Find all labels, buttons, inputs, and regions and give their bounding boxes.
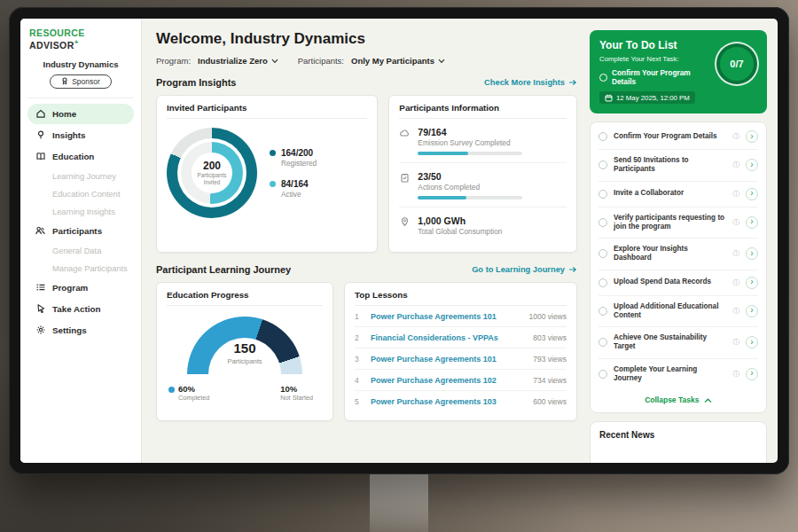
logo-primary: RESOURCE [29, 27, 85, 38]
progress-track [418, 152, 522, 155]
sidebar-item-settings[interactable]: Settings [27, 320, 134, 340]
home-icon [35, 108, 46, 120]
invited-donut-chart: 200 Participants Invited [167, 128, 257, 218]
program-filter-select[interactable]: Industrialize Zero [198, 56, 278, 66]
task-label: Upload Additional Educational Content [614, 302, 727, 321]
sponsor-badge[interactable]: Sponsor [50, 74, 112, 89]
lesson-rank: 1 [355, 312, 364, 321]
todo-summary-card: Your To Do List Complete Your Next Task:… [590, 30, 767, 113]
task-checkbox[interactable] [599, 74, 607, 82]
collapse-tasks-link[interactable]: Collapse Tasks [598, 389, 758, 411]
pointer-icon [35, 303, 46, 315]
task-checkbox[interactable] [598, 278, 607, 287]
lesson-rank: 5 [355, 397, 364, 406]
task-checkbox[interactable] [598, 338, 607, 347]
info-icon: ⓘ [733, 338, 740, 347]
todo-task[interactable]: Explore Your Insights Dashboard ⓘ › [598, 239, 758, 270]
recent-news-card: Recent News [590, 421, 767, 463]
task-checkbox[interactable] [598, 307, 607, 316]
task-checkbox[interactable] [598, 190, 607, 199]
lesson-views: 793 views [533, 355, 567, 364]
legend-value: 84/164 [281, 179, 309, 189]
check-more-insights-link[interactable]: Check More Insights [484, 78, 577, 87]
sidebar-item-home[interactable]: Home [27, 104, 134, 124]
todo-task[interactable]: Upload Additional Educational Content ⓘ … [598, 296, 758, 328]
insights-card-row: Invited Participants 200 Participants In… [156, 95, 577, 253]
info-icon: ⓘ [733, 218, 740, 227]
chevron-right-icon[interactable]: › [746, 188, 758, 200]
lesson-link[interactable]: Power Purchase Agreements 101 [371, 355, 526, 364]
app-logo: RESOURCE ADVISOR+ [27, 27, 134, 51]
chevron-down-icon [271, 59, 278, 64]
sidebar: RESOURCE ADVISOR+ Industry Dynamics Spon… [20, 19, 142, 463]
photo-background: RESOURCE ADVISOR+ Industry Dynamics Spon… [0, 0, 798, 532]
chevron-right-icon[interactable]: › [746, 336, 758, 348]
stat-value: 79/164 [418, 127, 446, 137]
donut-center-label: Participants Invited [193, 172, 231, 185]
chevron-up-icon [704, 398, 712, 403]
task-checkbox[interactable] [598, 218, 607, 227]
lesson-rank: 4 [355, 376, 364, 385]
go-to-learning-journey-link[interactable]: Go to Learning Journey [472, 265, 577, 274]
lesson-link[interactable]: Power Purchase Agreements 102 [371, 376, 526, 385]
legend-label: Registered [281, 159, 317, 168]
todo-task[interactable]: Achieve One Sustainability Target ⓘ › [598, 327, 758, 359]
gauge-center-value: 150 [187, 340, 302, 356]
participants-filter-select[interactable]: Only My Participants [351, 56, 445, 66]
task-label: Upload Spend Data Records [614, 278, 727, 286]
gear-icon [35, 325, 46, 336]
task-checkbox[interactable] [598, 249, 607, 258]
sidebar-item-program[interactable]: Program [27, 278, 134, 298]
participants-filter-label: Participants: [298, 56, 344, 66]
chevron-right-icon[interactable]: › [746, 277, 758, 289]
chevron-right-icon[interactable]: › [746, 305, 758, 317]
lesson-link[interactable]: Power Purchase Agreements 101 [371, 312, 521, 321]
nav-label: Education [52, 152, 94, 161]
sidebar-item-manage-participants[interactable]: Manage Participants [27, 260, 134, 278]
chevron-right-icon[interactable]: › [746, 216, 758, 229]
sidebar-item-participants[interactable]: Participants [27, 221, 134, 241]
info-icon: ⓘ [733, 307, 740, 316]
todo-task[interactable]: Complete Your Learning Journey ⓘ › [598, 359, 758, 390]
todo-task[interactable]: Send 50 Invitations to Participants ⓘ › [598, 150, 758, 182]
nav-label: Home [52, 109, 76, 119]
sidebar-item-insights[interactable]: Insights [27, 125, 134, 145]
sidebar-item-education-content[interactable]: Education Content [27, 185, 134, 203]
lesson-row: 4 Power Purchase Agreements 102 734 view… [355, 370, 567, 391]
sidebar-item-learning-insights[interactable]: Learning Insights [27, 203, 134, 221]
emission-icon [399, 128, 411, 139]
todo-task[interactable]: Verify participants requesting to join t… [598, 207, 758, 239]
lesson-link[interactable]: Power Purchase Agreements 103 [371, 397, 526, 406]
stat-row: 23/50 Actions Completed [399, 163, 567, 207]
todo-task[interactable]: Invite a Collaborator ⓘ › [598, 182, 758, 207]
stat-row: 1,000 GWh Total Global Consumption [399, 207, 567, 243]
lesson-link[interactable]: Financial Considerations - VPPAs [371, 333, 526, 342]
recent-news-title: Recent News [599, 430, 757, 440]
sidebar-item-education[interactable]: Education [27, 146, 134, 167]
todo-task[interactable]: Confirm Your Program Details ⓘ › [598, 124, 758, 150]
legend-dot [270, 181, 276, 187]
award-icon [61, 77, 68, 85]
sidebar-item-take-action[interactable]: Take Action [27, 299, 134, 319]
lesson-row: 3 Power Purchase Agreements 101 793 view… [355, 348, 567, 370]
sidebar-item-learning-journey[interactable]: Learning Journey [27, 168, 134, 185]
monitor-stand [370, 472, 428, 532]
sidebar-item-general-data[interactable]: General Data [27, 242, 134, 260]
stat-row: 79/164 Emission Survey Completed [399, 119, 567, 163]
lesson-row: 2 Financial Considerations - VPPAs 803 v… [355, 327, 567, 348]
chevron-right-icon[interactable]: › [746, 368, 758, 380]
lesson-rank: 3 [355, 355, 364, 364]
chevron-right-icon[interactable]: › [746, 159, 758, 171]
task-checkbox[interactable] [598, 132, 607, 141]
info-icon: ⓘ [733, 160, 740, 169]
todo-next-task[interactable]: Confirm Your Program Details [599, 68, 715, 86]
task-checkbox[interactable] [598, 160, 607, 169]
program-insights-header: Program Insights Check More Insights [156, 77, 577, 88]
task-checkbox[interactable] [598, 370, 607, 379]
nav-label: Settings [52, 325, 87, 335]
chevron-right-icon[interactable]: › [746, 247, 758, 260]
lesson-row: 1 Power Purchase Agreements 101 1000 vie… [355, 306, 567, 327]
chevron-right-icon[interactable]: › [746, 130, 758, 143]
collapse-label: Collapse Tasks [645, 395, 699, 404]
todo-task[interactable]: Upload Spend Data Records ⓘ › [598, 270, 758, 296]
